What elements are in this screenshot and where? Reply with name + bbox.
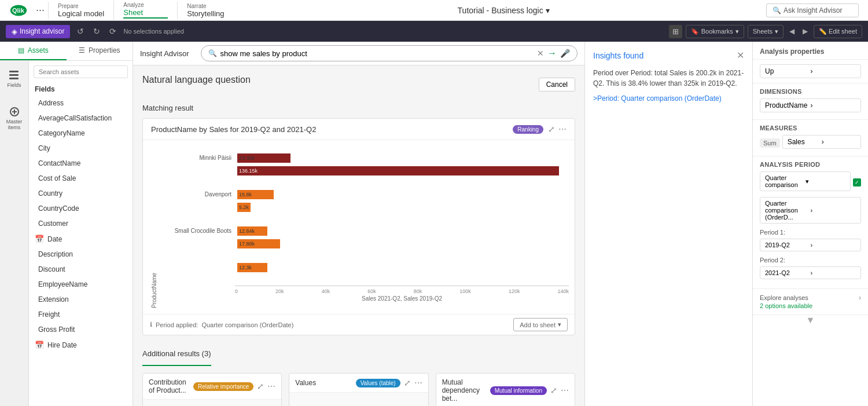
ask-insight-button[interactable]: 🔍 Ask Insight Advisor (766, 3, 859, 17)
add-to-sheet-button[interactable]: Add to sheet ▾ (513, 318, 568, 331)
quarter-comparison-dropdown[interactable]: Quarter comparison ▾ (760, 171, 851, 191)
field-item-country[interactable]: Country (29, 186, 133, 201)
more-card-3-icon[interactable]: ⋯ (561, 386, 569, 395)
field-item-freight[interactable]: Freight (29, 307, 133, 322)
logo[interactable]: Qlik (5, 4, 32, 17)
bar-group-3: Small Crocodile Boots 12.64k (160, 225, 569, 250)
field-item-customer[interactable]: Customer (29, 216, 133, 231)
x-axis: 0 20k 40k 60k 80k 100k 120k 140k Sales 2… (235, 286, 569, 302)
up-dropdown[interactable]: Up › (760, 64, 861, 78)
field-item-extension[interactable]: Extension (29, 292, 133, 307)
chart-body: ProductName Minnki Päisii 23.35k (143, 140, 575, 314)
narrate-value: Storytelling (187, 9, 231, 18)
dimensions-section: Dimensions ProductName › (753, 83, 868, 120)
expand-card-2-icon[interactable]: ⤢ (404, 378, 411, 387)
measures-row: Sum Sales › (760, 135, 861, 151)
bar-2-1: 15.8k (237, 190, 274, 199)
field-item-gross-profit[interactable]: Gross Profit (29, 322, 133, 337)
sidebar-icons: Fields Master items (0, 61, 29, 406)
field-item-contactname[interactable]: ContactName (29, 156, 133, 171)
measure-item[interactable]: Sales › (782, 135, 861, 149)
period2-dropdown[interactable]: 2021-Q2 › (760, 266, 861, 279)
bookmarks-button[interactable]: 🔖 Bookmarks ▾ (686, 25, 744, 38)
more-card-2-icon[interactable]: ⋯ (414, 378, 422, 387)
y-label-1: Minnki Päisii (160, 155, 235, 161)
expand-card-1-icon[interactable]: ⤢ (257, 382, 264, 391)
period-checkbox[interactable]: ✓ (853, 178, 861, 186)
y-axis-title: ProductName (149, 146, 160, 308)
mic-icon[interactable]: 🎤 (560, 49, 570, 58)
field-item-address[interactable]: Address (29, 96, 133, 111)
edit-icon: ✏️ (819, 28, 827, 35)
nlq-area: Natural language question Cancel Matchin… (133, 65, 584, 406)
insight-search-bar[interactable]: 🔍 ✕ → 🎤 (201, 45, 578, 61)
field-item-employeename[interactable]: EmployeeName (29, 277, 133, 292)
master-items-icon-item[interactable]: Master items (0, 103, 28, 134)
period-value: Quarter comparison (OrderDate) (201, 321, 293, 328)
prev-sheet-icon[interactable]: ◀ (787, 25, 797, 38)
result-card-2-title: Values (295, 379, 352, 387)
nav-more-icon[interactable]: ··· (32, 4, 48, 16)
expand-card-3-icon[interactable]: ⤢ (550, 386, 557, 395)
dimension-item[interactable]: ProductName › (760, 98, 861, 112)
next-sheet-icon[interactable]: ▶ (800, 25, 810, 38)
bar-label-1-2: 136.15k (239, 168, 258, 174)
insight-advisor-button[interactable]: ◈ Insight advisor (6, 25, 70, 38)
dimensions-title: Dimensions (760, 88, 861, 95)
quarter-comparison-sub-dropdown[interactable]: Quarter comparison (OrderD... › (760, 197, 861, 224)
period1-dropdown[interactable]: 2019-Q2 › (760, 239, 861, 251)
nav-prepare[interactable]: Prepare Logical model (48, 2, 113, 19)
field-label: CountryCode (38, 204, 79, 213)
dimension-arrow-icon: › (811, 101, 856, 109)
go-search-icon[interactable]: → (547, 48, 557, 58)
sub-period-arrow-icon: › (811, 207, 856, 214)
field-label: CategoryName (38, 129, 85, 137)
field-item-hire-date[interactable]: 📅Hire Date (29, 337, 133, 353)
properties-tab[interactable]: ☰ Properties (67, 42, 133, 60)
fields-icon-item[interactable]: Fields (5, 67, 23, 92)
insights-link[interactable]: >Period: Quarter comparison (OrderDate) (593, 94, 722, 103)
scroll-down-icon[interactable]: ▼ (753, 315, 868, 325)
chart-card-main: ProductName by Sales for 2019-Q2 and 202… (142, 118, 575, 335)
bar-4-1: 12.3k (237, 263, 267, 272)
grid-button[interactable]: ⊞ (669, 25, 682, 38)
edit-sheet-button[interactable]: ✏️ Edit sheet (814, 25, 862, 38)
insight-search-input[interactable] (220, 49, 534, 58)
prepare-value: Logical model (58, 9, 104, 18)
insights-close-icon[interactable]: ✕ (737, 50, 744, 61)
additional-results-header: Additional results (3) (142, 345, 211, 366)
toolbar2: ◈ Insight advisor ↺ ↻ ⟳ No selections ap… (0, 21, 868, 42)
sheets-chevron-icon: ▾ (775, 28, 778, 35)
expand-chart-icon[interactable]: ⤢ (548, 125, 555, 134)
field-item-averagecallsatisfaction[interactable]: AverageCallSatisfaction (29, 111, 133, 126)
insights-text: Period over Period: total Sales is 200.2… (593, 68, 744, 89)
undo-icon[interactable]: ↺ (75, 25, 86, 37)
cancel-button[interactable]: Cancel (539, 78, 575, 92)
assets-tab[interactable]: ▤ Assets (0, 42, 67, 60)
field-item-discount[interactable]: Discount (29, 262, 133, 277)
up-arrow-icon: › (811, 67, 856, 75)
nav-analyze[interactable]: Analyze Sheet (113, 1, 177, 20)
period1-label: Period 1: (760, 228, 861, 236)
sheets-button[interactable]: Sheets ▾ (748, 25, 784, 38)
chart-title: ProductName by Sales for 2019-Q2 and 202… (151, 125, 508, 134)
field-item-cost-of-sale[interactable]: Cost of Sale (29, 171, 133, 186)
chart-more-icon[interactable]: ⋯ (558, 125, 567, 134)
explore-link[interactable]: 2 options available (760, 302, 812, 309)
search-assets-input[interactable] (34, 65, 128, 78)
field-item-description[interactable]: Description (29, 247, 133, 262)
additional-results: Additional results (3) Contribution of P… (142, 345, 575, 406)
redo-icon[interactable]: ↻ (91, 25, 102, 37)
nav-narrate[interactable]: Narrate Storytelling (177, 2, 241, 19)
calendar-icon: 📅 (35, 235, 44, 243)
more-card-1-icon[interactable]: ⋯ (267, 382, 275, 391)
bookmark-icon: 🔖 (691, 28, 699, 35)
refresh-icon[interactable]: ⟳ (107, 25, 119, 37)
clear-search-icon[interactable]: ✕ (537, 49, 544, 58)
insight-advisor-title: Insight Advisor (140, 49, 189, 58)
field-item-countrycode[interactable]: CountryCode (29, 201, 133, 216)
field-item-city[interactable]: City (29, 141, 133, 156)
app-title[interactable]: Tutorial - Business logic ▾ (458, 6, 550, 15)
field-item-date[interactable]: 📅Date (29, 231, 133, 247)
field-item-categoryname[interactable]: CategoryName (29, 126, 133, 141)
